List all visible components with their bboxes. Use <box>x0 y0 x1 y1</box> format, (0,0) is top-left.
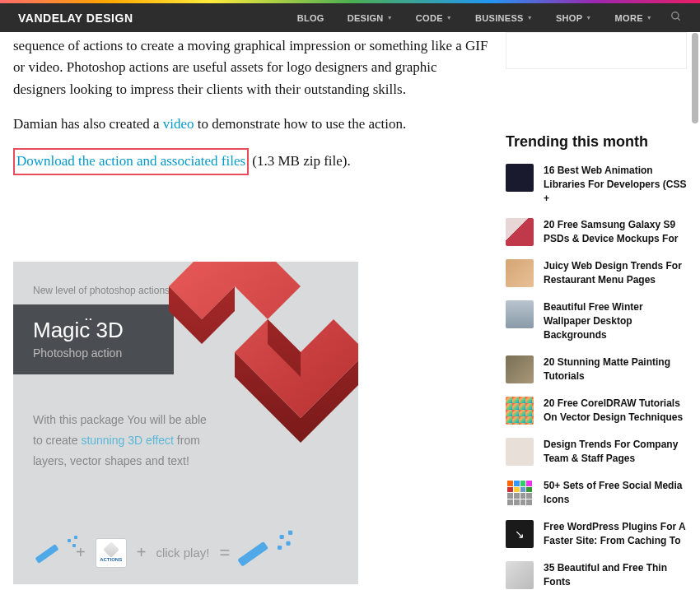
paragraph: sequence of actions to create a moving g… <box>13 35 491 100</box>
promo-subtitle: Photoshop action <box>33 346 154 360</box>
article-content: sequence of actions to create a moving g… <box>13 32 491 590</box>
chevron-down-icon: ▼ <box>387 15 393 21</box>
trending-title: Free WordPress Plugins For A Faster Site… <box>544 520 687 548</box>
trending-item[interactable]: 20 Free Samsung Galaxy S9 PSDs & Device … <box>506 218 687 246</box>
svg-point-0 <box>672 12 679 18</box>
actions-icon: ACTIONS <box>96 538 127 568</box>
top-nav: VANDELAY DESIGN BLOG DESIGN▼ CODE▼ BUSIN… <box>0 3 700 32</box>
trending-item[interactable]: 20 Free CorelDRAW Tutorials On Vector De… <box>506 397 687 425</box>
wand-icon <box>235 537 278 569</box>
nav-label: MORE <box>615 13 643 23</box>
trending-item[interactable]: 35 Beautiful and Free Thin Fonts <box>506 561 687 589</box>
nav-code[interactable]: CODE▼ <box>404 11 464 26</box>
trending-title: 35 Beautiful and Free Thin Fonts <box>544 561 687 589</box>
nav-shop[interactable]: SHOP▼ <box>544 11 604 26</box>
ad-slot <box>506 32 687 69</box>
promo-link: stunning 3D effect <box>81 434 174 447</box>
thumbnail <box>506 397 534 425</box>
trending-item[interactable]: 16 Best Web Animation Libraries For Deve… <box>506 164 687 205</box>
trending-title: Beautiful Free Winter Wallpaper Desktop … <box>544 300 687 341</box>
thumbnail <box>506 355 534 383</box>
download-highlight: Download the action and associated files <box>13 148 249 174</box>
trending-title: 16 Best Web Animation Libraries For Deve… <box>544 164 687 205</box>
promo-body: With this package You will be able to cr… <box>33 410 214 472</box>
thumbnail <box>506 438 534 466</box>
trending-title: 20 Free CorelDRAW Tutorials On Vector De… <box>544 397 687 425</box>
trending-title: 50+ Sets of Free Social Media Icons <box>544 479 687 507</box>
file-meta: (1.3 MB zip file). <box>249 153 351 169</box>
paragraph: Damian has also created a video to demon… <box>13 114 491 135</box>
thumbnail <box>506 479 534 507</box>
trending-item[interactable]: Juicy Web Design Trends For Restaurant M… <box>506 259 687 287</box>
nav-menu: BLOG DESIGN▼ CODE▼ BUSINESS▼ SHOP▼ MORE▼ <box>286 11 682 26</box>
thumbnail: ↘ <box>506 520 534 548</box>
trending-title: Juicy Web Design Trends For Restaurant M… <box>544 259 687 287</box>
nav-business[interactable]: BUSINESS▼ <box>464 11 544 26</box>
chevron-down-icon: ▼ <box>646 15 652 21</box>
thumbnail <box>506 561 534 589</box>
paragraph: Download the action and associated files… <box>13 148 491 174</box>
trending-item[interactable]: 50+ Sets of Free Social Media Icons <box>506 479 687 507</box>
nav-design[interactable]: DESIGN▼ <box>336 11 404 26</box>
thumbnail <box>506 300 534 328</box>
text: to demonstrate how to use the action. <box>194 116 407 132</box>
nav-label: SHOP <box>556 13 582 23</box>
promo-steps: + ACTIONS + click play! = <box>33 538 273 568</box>
nav-label: BLOG <box>297 13 324 23</box>
nav-label: BUSINESS <box>475 13 524 23</box>
chevron-down-icon: ▼ <box>527 15 533 21</box>
trending-title: 20 Stunning Matte Painting Tutorials <box>544 355 687 383</box>
promo-title: Magi••c 3D <box>33 318 154 343</box>
thumbnail <box>506 218 534 246</box>
promo-image: New level of photoshop actions! Magi••c … <box>13 262 358 584</box>
trending-title: 20 Free Samsung Galaxy S9 PSDs & Device … <box>544 218 687 246</box>
sidebar: Trending this month 16 Best Web Animatio… <box>506 32 687 590</box>
nav-label: DESIGN <box>348 13 384 23</box>
nav-more[interactable]: MORE▼ <box>604 11 664 26</box>
download-link[interactable]: Download the action and associated files <box>16 153 245 169</box>
trending-item[interactable]: ↘Free WordPress Plugins For A Faster Sit… <box>506 520 687 548</box>
chevron-down-icon: ▼ <box>446 15 452 21</box>
trending-title: Design Trends For Company Team & Staff P… <box>544 438 687 466</box>
promo-title-box: Magi••c 3D Photoshop action <box>13 304 174 374</box>
trending-heading: Trending this month <box>506 133 687 151</box>
scrollbar[interactable] <box>692 33 698 123</box>
click-play-label: click play! <box>156 546 209 560</box>
thumbnail <box>506 259 534 287</box>
wand-icon <box>33 541 66 565</box>
plus-icon: + <box>76 543 86 562</box>
trending-item[interactable]: Design Trends For Company Team & Staff P… <box>506 438 687 466</box>
text: Damian has also created a <box>13 116 163 132</box>
svg-line-1 <box>678 17 680 20</box>
search-icon[interactable] <box>670 11 682 26</box>
nav-label: CODE <box>416 13 443 23</box>
plus-icon: + <box>137 543 147 562</box>
brand-logo[interactable]: VANDELAY DESIGN <box>18 12 133 25</box>
trending-item[interactable]: Beautiful Free Winter Wallpaper Desktop … <box>506 300 687 341</box>
equals-icon: = <box>219 542 230 564</box>
chevron-down-icon: ▼ <box>586 15 591 21</box>
trending-item[interactable]: 20 Stunning Matte Painting Tutorials <box>506 355 687 383</box>
thumbnail <box>506 164 534 192</box>
video-link[interactable]: video <box>163 116 194 132</box>
nav-blog[interactable]: BLOG <box>286 11 336 26</box>
